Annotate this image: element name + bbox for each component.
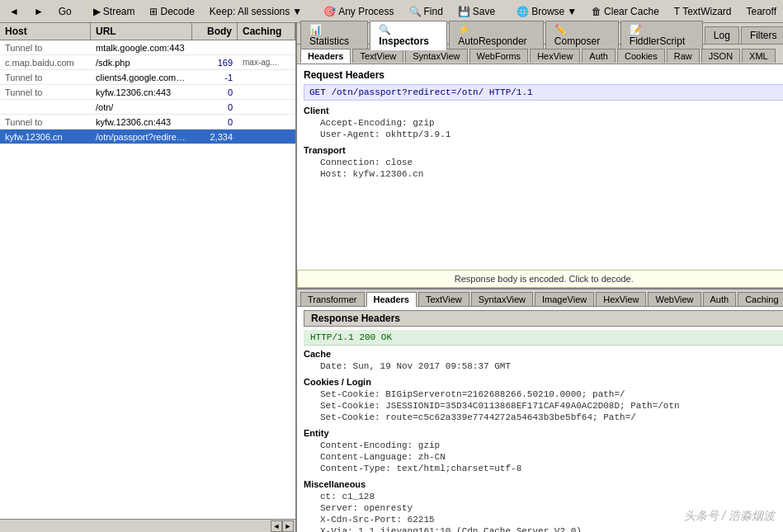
property-row: Content-Type: text/html;charset=utf-8: [304, 463, 783, 474]
property-row: ct: c1_128: [304, 491, 783, 502]
response-tab-bar: Transformer Headers TextView SyntaxView …: [297, 290, 783, 307]
property-row: Connection: close: [304, 157, 783, 168]
tearoff-button[interactable]: Tearoff: [741, 3, 782, 20]
req-tab-xml[interactable]: XML: [742, 49, 776, 63]
cache-title: Cache: [304, 349, 783, 359]
req-tab-syntaxview[interactable]: SyntaxView: [405, 49, 467, 63]
cell-url: /otn/passport?redirect=/o...: [91, 131, 192, 143]
browse-label: Browse: [531, 6, 564, 17]
keep-button[interactable]: Keep: All sessions ▼: [204, 3, 308, 20]
statistics-label: Statistics: [309, 35, 349, 47]
resp-tab-auth[interactable]: Auth: [703, 292, 737, 306]
cell-host: [0, 106, 91, 108]
save-button[interactable]: 💾 Save: [452, 3, 501, 20]
browse-button[interactable]: 🌐 Browse ▼: [511, 3, 583, 20]
clear-cache-button[interactable]: 🗑 Clear Cache: [586, 3, 665, 20]
any-process-button[interactable]: 🎯 Any Process: [318, 3, 399, 20]
req-tab-webforms[interactable]: WebForms: [469, 49, 529, 63]
req-tab-hexview[interactable]: HexView: [530, 49, 580, 63]
resp-tab-hexview[interactable]: HexView: [596, 292, 646, 306]
list-item[interactable]: kyfw.12306.cn /otn/passport?redirect=/o.…: [0, 129, 295, 144]
left-panel: Host URL Body Caching Tunnel to mtalk.go…: [0, 23, 297, 532]
list-item[interactable]: Tunnel to mtalk.google.com:443: [0, 40, 295, 55]
cell-caching: [238, 77, 295, 78]
fiddlerscript-label: FiddlerScript: [630, 35, 685, 47]
header-host: Host: [0, 23, 91, 40]
decode-button[interactable]: ⊞ Decode: [144, 3, 200, 20]
list-item[interactable]: c.map.baidu.com /sdk.php 169 max-ag...: [0, 55, 295, 70]
request-section-title: Request Headers: [304, 69, 783, 81]
transport-group: Transport Connection: close Host: kyfw.1…: [304, 145, 783, 180]
fiddlerscript-icon: 📝: [630, 24, 642, 35]
cell-caching: [238, 136, 295, 138]
response-section-header: Response Headers: [304, 310, 783, 327]
find-button[interactable]: 🔍 Find: [403, 3, 449, 20]
req-tab-cookies[interactable]: Cookies: [617, 49, 665, 63]
any-process-label: Any Process: [338, 6, 394, 17]
tab-fiddlerscript[interactable]: 📝 FiddlerScript: [620, 21, 703, 49]
stream-button[interactable]: ▶ Stream: [87, 3, 141, 20]
tab-filters[interactable]: Filters: [741, 26, 783, 44]
header-url: URL: [91, 23, 192, 40]
find-icon: 🔍: [409, 6, 422, 17]
list-header: Host URL Body Caching: [0, 23, 295, 40]
composer-icon: ✏️: [554, 24, 567, 35]
resp-tab-webview[interactable]: WebView: [648, 292, 700, 306]
cell-url: kyfw.12306.cn:443: [91, 116, 192, 128]
req-tab-auth[interactable]: Auth: [582, 49, 616, 63]
encoded-notice[interactable]: Response body is encoded. Click to decod…: [297, 270, 783, 288]
req-tab-textview[interactable]: TextView: [352, 49, 403, 63]
text-wizard-label: TextWizard: [682, 6, 731, 17]
tab-autoresponder[interactable]: ⚡ AutoResponder: [449, 21, 544, 49]
tab-log[interactable]: Log: [705, 26, 739, 44]
resp-tab-headers[interactable]: Headers: [366, 292, 417, 307]
stream-icon: ▶: [93, 6, 101, 17]
tab-statistics[interactable]: 📊 Statistics: [300, 21, 368, 49]
text-wizard-button[interactable]: T TextWizard: [668, 3, 738, 20]
resp-tab-syntaxview[interactable]: SyntaxView: [471, 292, 533, 306]
log-label: Log: [714, 30, 730, 41]
filters-label: Filters: [750, 30, 777, 41]
property-row: X-Via: 1.1 jieyang161:10 (Cdn Cache Serv…: [304, 525, 783, 533]
cell-body: 169: [192, 57, 238, 68]
request-headers-content: Request Headers GET /otn/passport?redire…: [297, 64, 783, 270]
resp-tab-imageview[interactable]: ImageView: [535, 292, 594, 306]
forward-button[interactable]: ►: [28, 3, 50, 20]
response-section-title: Response Headers: [304, 310, 783, 327]
list-item[interactable]: /otn/ 0: [0, 100, 295, 115]
go-button[interactable]: Go: [53, 3, 78, 20]
save-icon: 💾: [458, 6, 470, 17]
req-tab-json[interactable]: JSON: [701, 49, 740, 63]
cookies-login-title: Cookies / Login: [304, 377, 783, 387]
property-row: Host: kyfw.12306.cn: [304, 168, 783, 180]
req-tab-raw[interactable]: Raw: [667, 49, 700, 63]
cell-url: mtalk.google.com:443: [91, 42, 192, 54]
stream-label: Stream: [103, 6, 135, 17]
list-item[interactable]: Tunnel to kyfw.12306.cn:443 0: [0, 115, 295, 129]
list-item[interactable]: Tunnel to kyfw.12306.cn:443 0: [0, 85, 295, 100]
resp-tab-transformer[interactable]: Transformer: [300, 292, 365, 306]
cell-host: c.map.baidu.com: [0, 57, 91, 68]
tab-composer[interactable]: ✏️ Composer: [545, 21, 619, 49]
cell-host: Tunnel to: [0, 42, 91, 54]
resp-tab-textview[interactable]: TextView: [418, 292, 469, 306]
autoresponder-icon: ⚡: [458, 24, 470, 35]
horizontal-scrollbar[interactable]: ◄ ►: [0, 519, 295, 532]
tab-inspectors[interactable]: 🔍 Inspectors: [370, 21, 447, 50]
client-group: Client Accept-Encoding: gzip User-Agent:…: [304, 106, 783, 140]
list-item[interactable]: Tunnel to clients4.google.com:443 -1: [0, 70, 295, 85]
resp-tab-caching[interactable]: Caching: [738, 292, 783, 306]
req-tab-headers[interactable]: Headers: [300, 49, 351, 64]
property-row: Content-Language: zh-CN: [304, 451, 783, 463]
cell-body: 0: [192, 101, 238, 113]
cell-url: kyfw.12306.cn:443: [91, 87, 192, 98]
cell-body: 0: [192, 116, 238, 128]
response-status: HTTP/1.1 200 OK: [304, 330, 783, 346]
keep-label: Keep: All sessions: [210, 6, 290, 17]
miscellaneous-group: Miscellaneous ct: c1_128 Server: openres…: [304, 479, 783, 533]
back-button[interactable]: ◄: [3, 3, 25, 20]
scroll-right[interactable]: ►: [282, 520, 294, 532]
scroll-left[interactable]: ◄: [271, 520, 282, 532]
main-container: Host URL Body Caching Tunnel to mtalk.go…: [0, 23, 783, 532]
decode-label: Decode: [160, 6, 194, 17]
